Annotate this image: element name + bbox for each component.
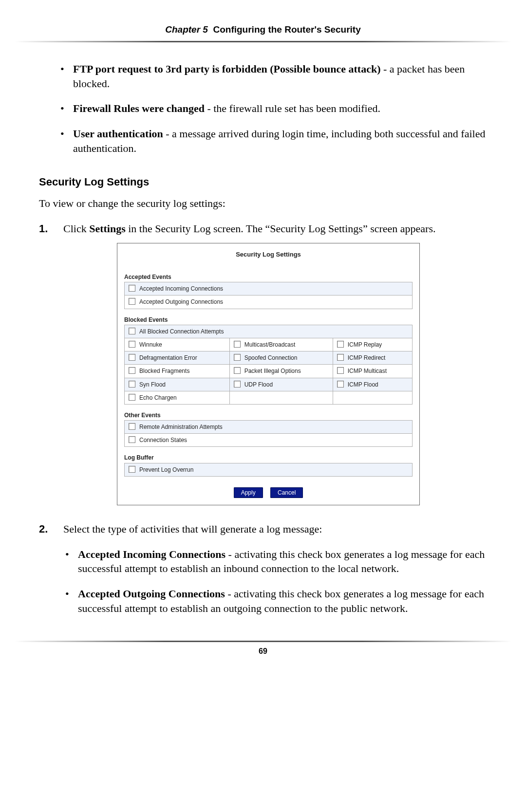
- chapter-label: Chapter 5: [165, 24, 208, 35]
- checkbox-label: Remote Administration Attempts: [139, 424, 223, 430]
- list-item: User authentication - a message arrived …: [73, 127, 487, 155]
- page-number: 69: [0, 642, 526, 656]
- checkbox-remote-admin[interactable]: [129, 423, 135, 430]
- checkbox-multicast[interactable]: [234, 341, 241, 348]
- panel-title: Security Log Settings: [124, 247, 413, 267]
- checkbox-label: Accepted Outgoing Connections: [139, 298, 223, 305]
- checkbox-label: Syn Flood: [139, 381, 166, 388]
- checkbox-label: UDP Flood: [244, 381, 273, 388]
- section-heading: Security Log Settings: [39, 175, 487, 189]
- checkbox-label: Winnuke: [139, 341, 162, 348]
- intro-bullet-list: FTP port request to 3rd party is forbidd…: [39, 62, 487, 155]
- settings-screenshot: Security Log Settings Accepted Events Ac…: [117, 243, 420, 506]
- checkbox-label: Packet Illegal Options: [244, 368, 301, 374]
- checkbox-packet-illegal[interactable]: [234, 367, 241, 374]
- checkbox-icmp-replay[interactable]: [337, 341, 344, 348]
- checkbox-label: Prevent Log Overrun: [139, 466, 193, 473]
- step-1: Click Settings in the Security Log scree…: [39, 221, 487, 505]
- checkbox-defrag-error[interactable]: [129, 354, 135, 361]
- list-item: Accepted Incoming Connections - activati…: [78, 547, 487, 576]
- checkbox-echo-chargen[interactable]: [129, 394, 135, 401]
- checkbox-label: ICMP Multicast: [348, 368, 387, 374]
- list-item: FTP port request to 3rd party is forbidd…: [73, 62, 487, 91]
- apply-button[interactable]: Apply: [234, 487, 263, 498]
- accepted-events-table: Accepted Incoming Connections Accepted O…: [124, 282, 413, 309]
- checkbox-syn-flood[interactable]: [129, 381, 135, 388]
- checkbox-label: Spoofed Connection: [244, 354, 298, 361]
- checkbox-label: Blocked Fragments: [139, 368, 189, 374]
- checkbox-all-blocked[interactable]: [129, 328, 135, 334]
- accepted-events-heading: Accepted Events: [124, 273, 413, 281]
- checkbox-connection-states[interactable]: [129, 436, 135, 443]
- page-header: Chapter 5 Configuring the Router's Secur…: [0, 24, 526, 41]
- chapter-title: Configuring the Router's Security: [213, 24, 360, 35]
- checkbox-icmp-flood[interactable]: [337, 381, 344, 388]
- checkbox-udp-flood[interactable]: [234, 381, 241, 388]
- checkbox-icmp-multicast[interactable]: [337, 367, 344, 374]
- other-events-table: Remote Administration Attempts Connectio…: [124, 420, 413, 447]
- cancel-button[interactable]: Cancel: [270, 487, 303, 498]
- blocked-events-table: All Blocked Connection Attempts Winnuke …: [124, 325, 413, 405]
- log-buffer-heading: Log Buffer: [124, 454, 413, 461]
- checkbox-prevent-overrun[interactable]: [129, 466, 135, 473]
- checkbox-winnuke[interactable]: [129, 341, 135, 348]
- checkbox-label: Multicast/Broadcast: [244, 341, 296, 348]
- log-buffer-table: Prevent Log Overrun: [124, 463, 413, 477]
- other-events-heading: Other Events: [124, 411, 413, 419]
- checkbox-label: ICMP Flood: [348, 381, 378, 388]
- checkbox-icmp-redirect[interactable]: [337, 354, 344, 361]
- checkbox-label: All Blocked Connection Attempts: [139, 328, 224, 335]
- checkbox-blocked-fragments[interactable]: [129, 367, 135, 374]
- checkbox-accepted-outgoing[interactable]: [129, 298, 135, 305]
- list-item: Accepted Outgoing Connections - activati…: [78, 587, 487, 615]
- list-item: Firewall Rules were changed - the firewa…: [73, 101, 487, 116]
- checkbox-label: ICMP Redirect: [348, 354, 386, 361]
- checkbox-label: ICMP Replay: [348, 341, 382, 348]
- section-intro: To view or change the security log setti…: [39, 196, 487, 211]
- checkbox-spoofed[interactable]: [234, 354, 241, 361]
- checkbox-label: Connection States: [139, 437, 187, 443]
- checkbox-label: Defragmentation Error: [139, 354, 197, 361]
- checkbox-label: Echo Chargen: [139, 394, 177, 401]
- checkbox-label: Accepted Incoming Connections: [139, 285, 223, 292]
- checkbox-accepted-incoming[interactable]: [129, 285, 135, 292]
- blocked-events-heading: Blocked Events: [124, 316, 413, 324]
- step-2: Select the type of activities that will …: [39, 522, 487, 615]
